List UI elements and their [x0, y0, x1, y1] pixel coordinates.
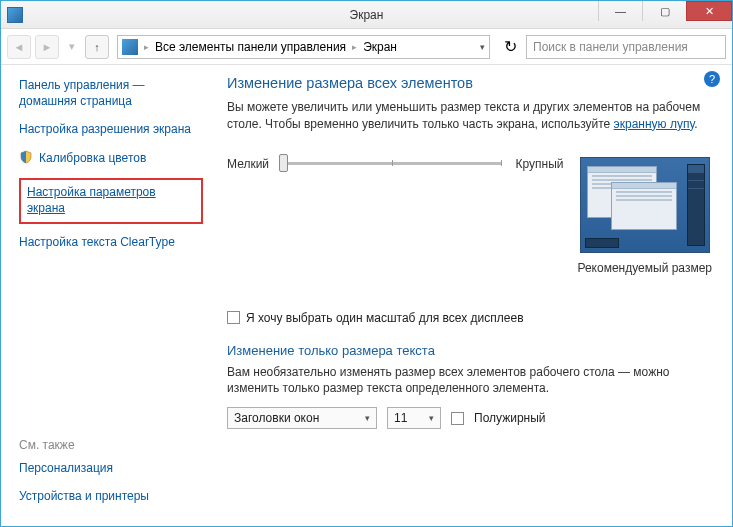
slider-max-label: Крупный	[515, 157, 563, 171]
system-icon	[7, 7, 23, 23]
recommended-size-label: Рекомендуемый размер	[577, 261, 712, 275]
search-placeholder: Поиск в панели управления	[533, 40, 688, 54]
sidebar-item-cleartype[interactable]: Настройка текста ClearType	[19, 234, 203, 250]
chevron-down-icon: ▾	[429, 413, 434, 423]
size-slider[interactable]	[283, 162, 501, 165]
shield-icon	[19, 150, 33, 164]
history-dropdown[interactable]: ▾	[63, 35, 81, 59]
page-description: Вы можете увеличить или уменьшить размер…	[227, 99, 712, 133]
breadcrumb[interactable]: ▸ Все элементы панели управления ▸ Экран…	[117, 35, 490, 59]
sidebar-item-resolution[interactable]: Настройка разрешения экрана	[19, 121, 203, 137]
chevron-down-icon: ▾	[365, 413, 370, 423]
window-title: Экран	[350, 8, 384, 22]
breadcrumb-leaf[interactable]: Экран	[363, 40, 397, 54]
breadcrumb-dropdown-icon[interactable]: ▾	[480, 42, 485, 52]
page-title: Изменение размера всех элементов	[227, 75, 712, 91]
sidebar-item-color-calibration[interactable]: Калибровка цветов	[39, 150, 146, 166]
main-panel: ? Изменение размера всех элементов Вы мо…	[211, 65, 732, 526]
sidebar: Панель управления — домашняя страница На…	[1, 65, 211, 526]
magnifier-link[interactable]: экранную лупу	[614, 117, 695, 131]
see-also-header: См. также	[19, 438, 203, 452]
minimize-button[interactable]: —	[598, 1, 642, 21]
nav-bar: ◄ ► ▾ ↑ ▸ Все элементы панели управления…	[1, 29, 732, 65]
breadcrumb-root[interactable]: Все элементы панели управления	[155, 40, 346, 54]
text-size-heading: Изменение только размера текста	[227, 343, 712, 358]
control-panel-icon	[122, 39, 138, 55]
bold-checkbox[interactable]	[451, 412, 464, 425]
seealso-devices-printers[interactable]: Устройства и принтеры	[19, 488, 203, 504]
control-panel-home-link[interactable]: Панель управления — домашняя страница	[19, 77, 203, 109]
size-preview	[580, 157, 710, 253]
maximize-button[interactable]: ▢	[642, 1, 686, 21]
chevron-right-icon: ▸	[144, 42, 149, 52]
text-size-description: Вам необязательно изменять размер всех э…	[227, 364, 712, 398]
up-button[interactable]: ↑	[85, 35, 109, 59]
help-icon[interactable]: ?	[704, 71, 720, 87]
seealso-personalization[interactable]: Персонализация	[19, 460, 203, 476]
slider-thumb[interactable]	[279, 154, 288, 172]
close-button[interactable]: ✕	[686, 1, 732, 21]
chevron-right-icon: ▸	[352, 42, 357, 52]
title-bar: Экран — ▢ ✕	[1, 1, 732, 29]
back-button[interactable]: ◄	[7, 35, 31, 59]
search-input[interactable]: Поиск в панели управления	[526, 35, 726, 59]
one-scale-checkbox[interactable]	[227, 311, 240, 324]
one-scale-label: Я хочу выбрать один масштаб для всех дис…	[246, 311, 524, 325]
sidebar-item-display-settings[interactable]: Настройка параметров экрана	[27, 184, 195, 216]
slider-min-label: Мелкий	[227, 157, 269, 171]
refresh-button[interactable]: ↻	[498, 35, 522, 59]
font-size-dropdown[interactable]: 11 ▾	[387, 407, 441, 429]
bold-label: Полужирный	[474, 411, 546, 425]
element-dropdown[interactable]: Заголовки окон ▾	[227, 407, 377, 429]
forward-button[interactable]: ►	[35, 35, 59, 59]
